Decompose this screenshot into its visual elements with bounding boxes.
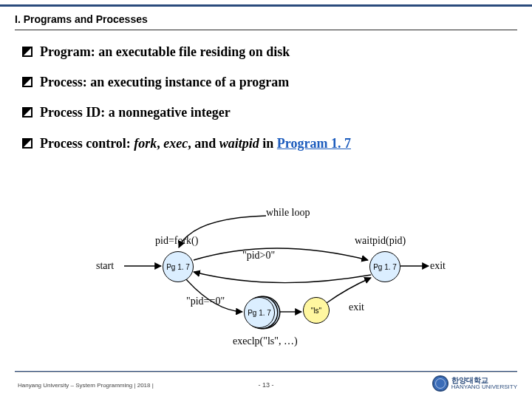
program-link[interactable]: Program 1. 7: [277, 136, 351, 151]
node-label: Pg 1. 7: [166, 263, 190, 271]
bullet-icon: [22, 47, 33, 57]
node-child-stack: Pg 1. 7: [244, 297, 275, 328]
bullet-item: Process ID: a nonnegative integer: [22, 103, 510, 122]
section-title: I. Programs and Processes: [15, 13, 148, 25]
bullet-suffix: in: [259, 136, 277, 151]
bullet-prefix: Process control:: [40, 136, 134, 151]
diagram: while loop pid=fork() start "pid>0" "pid…: [81, 207, 458, 355]
bullet-text: Process ID: a nonnegative integer: [40, 103, 231, 122]
bullet-sep: , and: [188, 136, 219, 151]
label-pid-gt0: "pid>0": [242, 250, 275, 262]
bullet-em: exec: [163, 136, 188, 151]
label-exit-mid: exit: [349, 301, 364, 313]
bullet-item: Program: an executable file residing on …: [22, 43, 510, 61]
diagram-arrows: [81, 207, 458, 355]
bullet-item: Process control: fork, exec, and waitpid…: [22, 134, 510, 153]
logo-text: 한양대학교 HANYANG UNIVERSITY: [451, 377, 517, 391]
bullet-icon: [22, 107, 33, 117]
label-exit-right: exit: [430, 260, 446, 272]
title-rule: [15, 30, 517, 30]
footer-course: Hanyang University – System Programming …: [18, 382, 154, 389]
logo-en: HANYANG UNIVERSITY: [451, 383, 517, 390]
node-parent-right: Pg 1. 7: [369, 251, 400, 282]
footer-rule: [15, 371, 517, 372]
label-pid-fork: pid=fork(): [155, 235, 198, 247]
label-while-loop: while loop: [266, 207, 310, 219]
bullet-em: waitpid: [219, 136, 259, 151]
section-title-text: Programs and Processes: [24, 13, 148, 25]
node-parent-left: Pg 1. 7: [163, 251, 194, 282]
node-label: Pg 1. 7: [248, 309, 271, 317]
university-logo: 한양대학교 HANYANG UNIVERSITY: [432, 375, 517, 392]
node-label: "ls": [311, 307, 321, 315]
label-waitpid: waitpid(pid): [355, 235, 406, 247]
page-number: - 13 -: [258, 381, 273, 389]
label-start: start: [96, 260, 114, 272]
bullet-text: Process: an executing instance of a prog…: [40, 73, 289, 92]
label-pid-eq0: "pid==0": [186, 296, 225, 307]
bullet-em: fork: [134, 136, 157, 151]
bullet-text: Program: an executable file residing on …: [40, 43, 290, 61]
bullet-item: Process: an executing instance of a prog…: [22, 73, 510, 92]
bullet-icon: [22, 77, 33, 87]
node-label: Pg 1. 7: [373, 263, 397, 271]
top-rule: [0, 4, 532, 7]
section-number: I.: [15, 13, 21, 25]
bullet-list: Program: an executable file residing on …: [22, 43, 510, 165]
bullet-text: Process control: fork, exec, and waitpid…: [40, 134, 351, 153]
logo-badge-icon: [432, 375, 449, 392]
label-execlp: execlp("ls", …): [233, 335, 298, 347]
node-ls: "ls": [303, 297, 330, 324]
bullet-icon: [22, 138, 33, 149]
bullet-sep: ,: [157, 136, 163, 151]
